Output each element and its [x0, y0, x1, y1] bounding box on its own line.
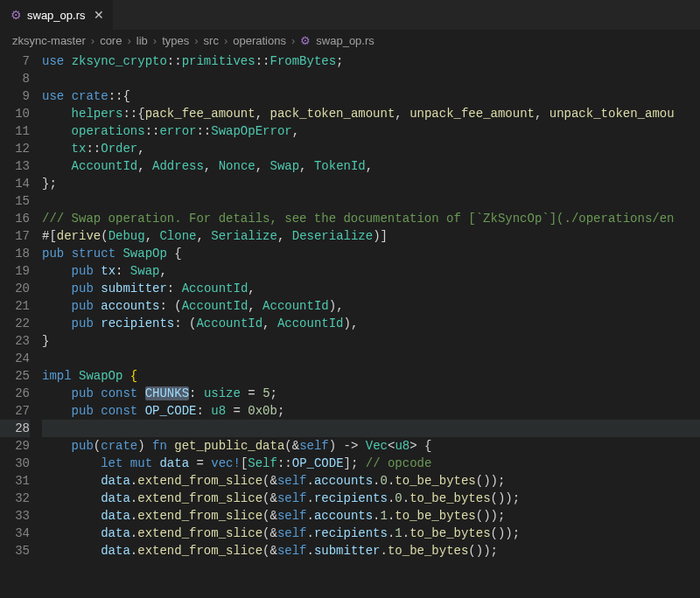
code-editor[interactable]: 7891011121314151617181920212223242526272…	[0, 52, 700, 595]
code-line[interactable]: data.extend_from_slice(&self.recipients.…	[42, 490, 700, 507]
line-number: 22	[0, 315, 30, 332]
chevron-right-icon: ›	[291, 34, 295, 47]
line-number: 24	[0, 350, 30, 367]
rust-file-icon: ⚙	[300, 34, 311, 47]
editor-tab-bar: ⚙ swap_op.rs ✕	[0, 0, 700, 31]
line-number: 27	[0, 402, 30, 420]
breadcrumb-seg[interactable]: lib	[136, 34, 148, 47]
code-line[interactable]: use crate::{	[42, 87, 700, 105]
code-area[interactable]: use zksync_crypto::primitives::FromBytes…	[42, 52, 700, 595]
code-line[interactable]: data.extend_from_slice(&self.accounts.0.…	[42, 472, 700, 490]
code-line[interactable]: pub accounts: (AccountId, AccountId),	[42, 297, 700, 315]
code-line[interactable]: AccountId, Address, Nonce, Swap, TokenId…	[42, 157, 700, 175]
code-line[interactable]: impl SwapOp {	[42, 367, 700, 385]
breadcrumb[interactable]: zksync-master › core › lib › types › src…	[0, 31, 700, 52]
close-icon[interactable]: ✕	[94, 8, 104, 22]
code-line[interactable]	[42, 192, 700, 210]
code-line[interactable]: let mut data = vec![Self::OP_CODE]; // o…	[42, 455, 700, 472]
code-line[interactable]: pub recipients: (AccountId, AccountId),	[42, 315, 700, 332]
line-number: 7	[0, 52, 30, 70]
line-number: 21	[0, 297, 30, 315]
line-number: 18	[0, 245, 30, 262]
code-line[interactable]: data.extend_from_slice(&self.accounts.1.…	[42, 507, 700, 525]
line-number: 35	[0, 542, 30, 560]
line-number: 8	[0, 70, 30, 87]
breadcrumb-seg[interactable]: src	[204, 34, 219, 47]
code-line[interactable]	[42, 420, 700, 437]
breadcrumb-seg[interactable]: operations	[233, 34, 286, 47]
code-line[interactable]: use zksync_crypto::primitives::FromBytes…	[42, 52, 700, 70]
code-line[interactable]: pub const OP_CODE: u8 = 0x0b;	[42, 402, 700, 420]
line-number: 25	[0, 367, 30, 385]
line-number: 23	[0, 332, 30, 350]
code-line[interactable]	[42, 350, 700, 367]
line-number: 34	[0, 525, 30, 542]
line-number: 15	[0, 192, 30, 210]
code-line[interactable]	[42, 70, 700, 87]
chevron-right-icon: ›	[127, 34, 130, 47]
code-line[interactable]: pub(crate) fn get_public_data(&self) -> …	[42, 437, 700, 455]
line-number-gutter: 7891011121314151617181920212223242526272…	[0, 52, 42, 595]
chevron-right-icon: ›	[224, 34, 228, 47]
tab-swap-op-rs[interactable]: ⚙ swap_op.rs ✕	[0, 0, 113, 30]
code-line[interactable]: data.extend_from_slice(&self.recipients.…	[42, 525, 700, 542]
code-line[interactable]: tx::Order,	[42, 140, 700, 157]
code-line[interactable]: data.extend_from_slice(&self.submitter.t…	[42, 542, 700, 560]
code-line[interactable]: pub const CHUNKS: usize = 5;	[42, 385, 700, 402]
code-line[interactable]: #[derive(Debug, Clone, Serialize, Deseri…	[42, 227, 700, 245]
line-number: 13	[0, 157, 30, 175]
code-line[interactable]: helpers::{pack_fee_amount, pack_token_am…	[42, 105, 700, 122]
code-line[interactable]: pub submitter: AccountId,	[42, 280, 700, 297]
chevron-right-icon: ›	[153, 34, 157, 47]
breadcrumb-seg[interactable]: core	[100, 34, 122, 47]
line-number: 12	[0, 140, 30, 157]
code-line[interactable]: }	[42, 332, 700, 350]
line-number: 16	[0, 210, 30, 227]
line-number: 29	[0, 437, 30, 455]
chevron-right-icon: ›	[91, 34, 94, 47]
line-number: 28	[0, 420, 30, 437]
chevron-right-icon: ›	[194, 34, 198, 47]
code-line[interactable]: };	[42, 175, 700, 192]
line-number: 19	[0, 262, 30, 280]
line-number: 26	[0, 385, 30, 402]
code-line[interactable]: /// Swap operation. For details, see the…	[42, 210, 700, 227]
line-number: 30	[0, 455, 30, 472]
line-number: 20	[0, 280, 30, 297]
code-line[interactable]: pub tx: Swap,	[42, 262, 700, 280]
line-number: 32	[0, 490, 30, 507]
line-number: 17	[0, 227, 30, 245]
breadcrumb-seg[interactable]: swap_op.rs	[316, 34, 374, 47]
code-line[interactable]: operations::error::SwapOpError,	[42, 122, 700, 140]
line-number: 11	[0, 122, 30, 140]
line-number: 33	[0, 507, 30, 525]
rust-file-icon: ⚙	[10, 8, 22, 22]
breadcrumb-seg[interactable]: zksync-master	[12, 34, 86, 47]
code-line[interactable]: pub struct SwapOp {	[42, 245, 700, 262]
line-number: 10	[0, 105, 30, 122]
tab-label: swap_op.rs	[27, 9, 85, 22]
breadcrumb-seg[interactable]: types	[162, 34, 189, 47]
line-number: 14	[0, 175, 30, 192]
line-number: 31	[0, 472, 30, 490]
line-number: 9	[0, 87, 30, 105]
